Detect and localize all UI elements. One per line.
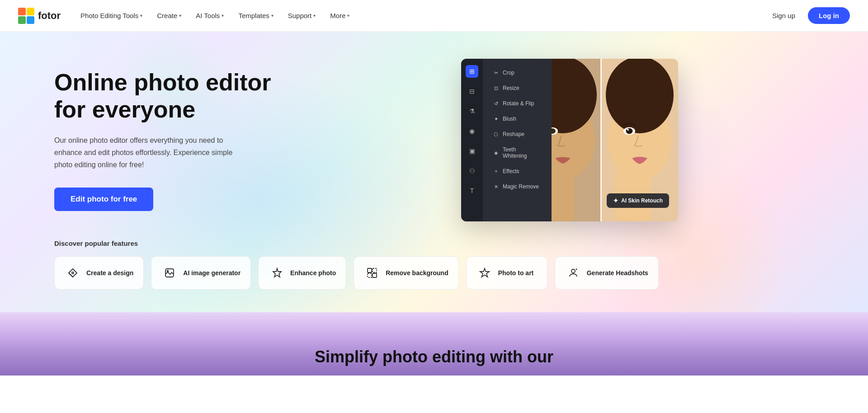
feature-label: Enhance photo [290, 269, 336, 277]
svg-point-17 [606, 59, 674, 133]
sidebar-adjust-icon[interactable]: ⊟ [466, 85, 478, 98]
svg-point-26 [167, 271, 169, 272]
effects-icon: ✧ [493, 168, 499, 174]
feature-label: AI image generator [183, 269, 241, 277]
menu-crop[interactable]: ✂ Crop [488, 66, 546, 80]
svg-rect-0 [18, 8, 26, 15]
svg-point-13 [556, 144, 557, 145]
bottom-section: Simplify photo editing with our [0, 312, 868, 375]
hero-section: Online photo editor for everyone Our onl… [0, 32, 868, 312]
sidebar-menu: ✂ Crop ⊡ Resize ↺ Rotate & Flip ✦ [483, 59, 552, 221]
svg-rect-29 [373, 268, 377, 272]
edit-photo-button[interactable]: Edit photo for free [54, 188, 153, 211]
rotate-icon: ↺ [493, 100, 499, 107]
bottom-title: Simplify photo editing with our [315, 347, 553, 366]
magic-remove-icon: ✕ [493, 183, 499, 190]
nav-create[interactable]: Create ▾ [151, 8, 188, 23]
chevron-down-icon: ▾ [179, 13, 181, 18]
svg-marker-27 [273, 268, 281, 277]
svg-point-14 [569, 149, 571, 150]
feature-label: Generate Headshots [587, 269, 648, 277]
menu-blush[interactable]: ✦ Blush [488, 112, 546, 126]
editor-sidebar: ⊞ ⊟ ⚗ ◉ ▣ ⚇ T ✂ Crop ⊡ [461, 59, 552, 221]
chevron-down-icon: ▾ [271, 13, 274, 18]
svg-rect-22 [600, 59, 602, 221]
sidebar-grid-icon[interactable]: ⊞ [466, 65, 478, 78]
create-design-icon [65, 265, 81, 281]
resize-icon: ⊡ [493, 85, 499, 91]
feature-label: Photo to art [498, 269, 534, 277]
login-button[interactable]: Log in [808, 7, 850, 24]
logo[interactable]: fotor [18, 8, 61, 24]
feature-cards: Create a design AI image generator [54, 256, 814, 290]
nav-ai-tools[interactable]: AI Tools ▾ [189, 8, 230, 23]
crop-icon: ✂ [493, 70, 499, 76]
sidebar-icon-bar: ⊞ ⊟ ⚗ ◉ ▣ ⚇ T [461, 59, 483, 221]
nav-support[interactable]: Support ▾ [282, 8, 322, 23]
chevron-down-icon: ▾ [313, 13, 316, 18]
sidebar-text-icon[interactable]: T [466, 184, 478, 197]
menu-reshape[interactable]: ⬡ Reshape [488, 127, 546, 141]
logo-icon [18, 8, 34, 24]
hero-text: Online photo editor for everyone Our onl… [54, 69, 280, 211]
nav-photo-editing-tools[interactable]: Photo Editing Tools ▾ [74, 8, 149, 23]
sidebar-square-icon[interactable]: ▣ [466, 145, 478, 157]
blush-icon: ✦ [493, 116, 499, 122]
discover-title: Discover popular features [54, 239, 814, 247]
ai-skin-retouch-badge: ✦ AI Skin Retouch [607, 193, 669, 208]
navbar: fotor Photo Editing Tools ▾ Create ▾ AI … [0, 0, 868, 32]
sidebar-people-icon[interactable]: ⚇ [466, 164, 478, 177]
discover-section: Discover popular features Create a desig… [0, 239, 868, 312]
hero-content: Online photo editor for everyone Our onl… [0, 32, 868, 239]
headshots-icon [565, 265, 581, 281]
ai-badge-icon: ✦ [613, 197, 618, 204]
feature-card-photo-art[interactable]: Photo to art [466, 256, 547, 290]
signup-button[interactable]: Sign up [765, 8, 802, 23]
nav-more[interactable]: More ▾ [324, 8, 356, 23]
svg-rect-3 [27, 16, 34, 24]
svg-point-20 [627, 129, 629, 131]
teeth-icon: ◈ [493, 150, 499, 156]
remove-bg-icon [364, 265, 380, 281]
svg-point-19 [626, 128, 633, 134]
svg-rect-28 [368, 268, 372, 272]
menu-rotate[interactable]: ↺ Rotate & Flip [488, 97, 546, 110]
sidebar-eye-icon[interactable]: ◉ [466, 125, 478, 137]
feature-card-ai-image[interactable]: AI image generator [151, 256, 251, 290]
feature-card-enhance[interactable]: Enhance photo [258, 256, 346, 290]
menu-magic-remove[interactable]: ✕ Magic Remove [488, 180, 546, 193]
ai-image-icon [161, 265, 178, 281]
nav-templates[interactable]: Templates ▾ [232, 8, 279, 23]
brand-name: fotor [38, 10, 61, 22]
feature-card-create-design[interactable]: Create a design [54, 256, 144, 290]
menu-resize[interactable]: ⊡ Resize [488, 81, 546, 95]
editor-preview: ⊞ ⊟ ⚗ ◉ ▣ ⚇ T ✂ Crop ⊡ [461, 59, 678, 221]
feature-label: Create a design [86, 269, 133, 277]
feature-card-headshots[interactable]: Generate Headshots [555, 256, 659, 290]
svg-rect-30 [368, 273, 372, 277]
feature-label: Remove background [386, 269, 448, 277]
svg-rect-31 [373, 273, 377, 277]
sidebar-flask-icon[interactable]: ⚗ [466, 105, 478, 117]
hero-image: ⊞ ⊟ ⚗ ◉ ▣ ⚇ T ✂ Crop ⊡ [307, 59, 832, 221]
svg-point-24 [72, 272, 74, 274]
nav-actions: Sign up Log in [765, 7, 850, 24]
chevron-down-icon: ▾ [347, 13, 349, 18]
menu-effects[interactable]: ✧ Effects [488, 164, 546, 178]
svg-point-32 [571, 269, 575, 273]
nav-links: Photo Editing Tools ▾ Create ▾ AI Tools … [74, 8, 765, 23]
photo-art-icon [476, 265, 493, 281]
reshape-icon: ⬡ [493, 131, 499, 137]
enhance-icon [269, 265, 285, 281]
svg-rect-1 [27, 8, 34, 15]
chevron-down-icon: ▾ [140, 13, 142, 18]
hero-description: Our online photo editor offers everythin… [54, 134, 244, 171]
menu-teeth-whitening[interactable]: ◈ Teeth Whitening [488, 143, 546, 163]
hero-title: Online photo editor for everyone [54, 69, 280, 123]
chevron-down-icon: ▾ [222, 13, 224, 18]
feature-card-remove-bg[interactable]: Remove background [354, 256, 458, 290]
svg-rect-2 [18, 16, 26, 24]
